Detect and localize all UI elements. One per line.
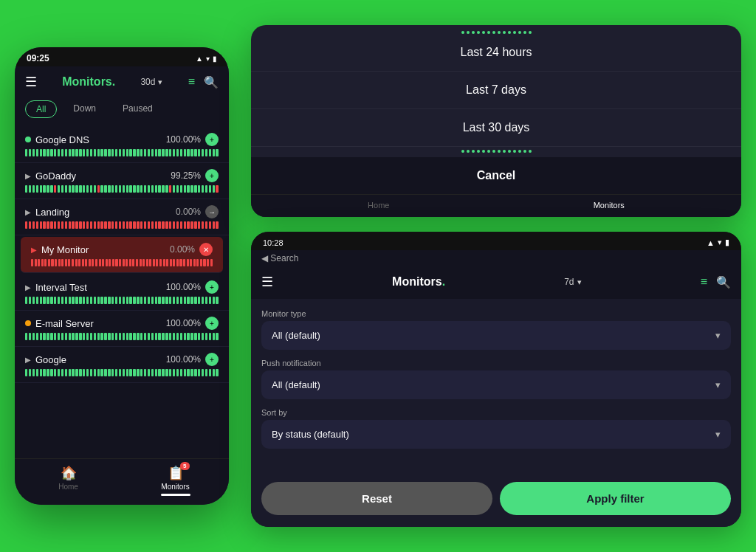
wifi-icon: ▾ (206, 55, 210, 63)
period-option-7d[interactable]: Last 7 days (251, 72, 741, 109)
period-cancel-btn[interactable]: Cancel (251, 157, 741, 194)
period-selector[interactable]: 30d ▾ (140, 77, 162, 87)
period-option-30d[interactable]: Last 30 days (251, 109, 741, 147)
filter-status-icons: ▲ ▾ ▮ (707, 238, 729, 247)
monitor-pct: 100.00% (166, 282, 201, 292)
nav-home-label: Home (58, 483, 78, 491)
active-indicator (161, 494, 190, 496)
right-side: Last 24 hours Last 7 days Last 30 days C… (251, 25, 741, 527)
filter-label-sort-by: Sort by (261, 408, 731, 417)
filter-select-monitor-type[interactable]: All (default) ▾ (261, 321, 731, 350)
filter-select-push-notification-value: All (default) (272, 379, 320, 390)
arrow-icon: ▶ (25, 208, 31, 216)
uptime-bar: (function(){ const track = document.curr… (25, 333, 219, 340)
monitor-list: Google DNS 100.00% + (function(){ const … (15, 124, 229, 458)
filter-period-label: 7d (564, 277, 574, 287)
chevron-down-icon-1: ▾ (715, 330, 721, 341)
time-left: 09:25 (27, 53, 49, 63)
monitor-name-label: Interval Test (35, 282, 87, 293)
filter-group-push-notification: Push notification All (default) ▾ (261, 359, 731, 399)
monitor-item-google-dns[interactable]: Google DNS 100.00% + (function(){ const … (15, 127, 229, 163)
monitor-item-email-server[interactable]: E-mail Server 100.00% + (function(){ con… (15, 311, 229, 347)
status-dot (25, 137, 31, 142)
nav-monitors[interactable]: 📋 5 Monitors (122, 465, 229, 496)
monitor-item-landing[interactable]: ▶ Landing 0.00% → (function(){ const tra… (15, 199, 229, 235)
nav-badge-container: 📋 5 (168, 465, 184, 481)
action-btn-green[interactable]: + (205, 317, 219, 330)
uptime-bar: (function(){ const track = document.curr… (25, 149, 219, 156)
dotted-bottom (251, 147, 741, 157)
period-option-24h[interactable]: Last 24 hours (251, 34, 741, 72)
arrow-icon: ▶ (25, 356, 31, 364)
chevron-down-icon-3: ▾ (715, 429, 721, 440)
period-nav-home[interactable]: Home (368, 201, 389, 210)
monitor-pct: 0.00% (176, 207, 201, 217)
period-label: 30d (140, 77, 155, 87)
dotted-top (251, 25, 741, 34)
tab-all[interactable]: All (25, 100, 57, 118)
monitor-pct: 100.00% (166, 318, 201, 328)
filter-period-arrow: ▾ (577, 277, 582, 287)
action-btn-green[interactable]: + (205, 133, 219, 146)
tab-paused[interactable]: Paused (112, 100, 163, 118)
search-icon-left[interactable]: 🔍 (204, 75, 219, 89)
filter-group-sort-by: Sort by By status (default) ▾ (261, 408, 731, 449)
menu-icon-filter[interactable]: ☰ (261, 274, 273, 290)
filter-group-monitor-type: Monitor type All (default) ▾ (261, 309, 731, 350)
monitor-name-label: Landing (35, 207, 69, 218)
filter-label-monitor-type: Monitor type (261, 309, 731, 318)
tabs-bar: All Down Paused (15, 97, 229, 124)
uptime-bar: (function(){ const track = document.curr… (25, 297, 219, 304)
filter-body: Monitor type All (default) ▾ Push notifi… (251, 299, 741, 473)
uptime-bar: (function(){ const track = document.curr… (25, 221, 219, 229)
filter-signal-icon: ▲ (707, 238, 715, 247)
left-phone: 09:25 ▲ ▾ ▮ ☰ Monitors. 30d ▾ ≡ 🔍 All Do… (15, 47, 229, 505)
action-btn-gray[interactable]: → (205, 205, 219, 218)
filter-panel: 10:28 ▲ ▾ ▮ ◀ Search ☰ Monitors. 7d ▾ (251, 232, 741, 527)
filter-search-icon[interactable]: 🔍 (716, 275, 731, 289)
back-search-bar: ◀ Search (251, 250, 741, 268)
period-nav-monitors[interactable]: Monitors (594, 201, 625, 210)
arrow-icon: ▶ (25, 172, 31, 180)
status-dot-orange (25, 320, 31, 326)
filter-icon-left[interactable]: ≡ (188, 75, 195, 89)
uptime-bar: (function(){ const track = document.curr… (31, 259, 213, 266)
arrow-icon: ▶ (25, 283, 31, 291)
action-btn-red[interactable]: ✕ (199, 243, 213, 256)
uptime-bar: (function(){ const track = document.curr… (25, 185, 219, 193)
action-btn-green[interactable]: + (205, 169, 219, 182)
tab-down[interactable]: Down (63, 100, 106, 118)
filter-select-monitor-type-value: All (default) (272, 330, 320, 341)
monitor-item-google[interactable]: ▶ Google 100.00% + (function(){ const tr… (15, 347, 229, 383)
action-btn-green[interactable]: + (205, 353, 219, 366)
monitor-name-label: Google (35, 354, 66, 365)
monitor-pct: 0.00% (170, 244, 195, 255)
monitor-name-label: E-mail Server (35, 318, 94, 329)
back-label[interactable]: ◀ Search (261, 253, 298, 263)
filter-label-push-notification: Push notification (261, 359, 731, 368)
action-btn-green[interactable]: + (205, 280, 219, 294)
filter-period-selector[interactable]: 7d ▾ (564, 277, 581, 287)
nav-home[interactable]: 🏠 Home (15, 465, 122, 496)
app-title-left: Monitors. (62, 75, 115, 89)
monitor-item-godaddy[interactable]: ▶ GoDaddy 99.25% + (function(){ const tr… (15, 163, 229, 199)
bottom-nav-left: 🏠 Home 📋 5 Monitors (15, 458, 229, 505)
monitor-name-label: Google DNS (35, 134, 89, 145)
time-filter: 10:28 (263, 238, 284, 247)
nav-monitors-label: Monitors (161, 483, 189, 491)
filter-header-icons: ≡ 🔍 (701, 275, 731, 289)
menu-icon-left[interactable]: ☰ (25, 74, 37, 90)
filter-app-title: Monitors. (392, 275, 445, 289)
reset-button[interactable]: Reset (261, 482, 492, 515)
monitor-item-my-monitor[interactable]: ▶ My Monitor 0.00% ✕ (function(){ const … (21, 237, 223, 273)
filter-select-push-notification[interactable]: All (default) ▾ (261, 370, 731, 399)
filter-select-sort-by[interactable]: By status (default) ▾ (261, 420, 731, 449)
monitor-item-interval-test[interactable]: ▶ Interval Test 100.00% + (function(){ c… (15, 275, 229, 311)
home-icon: 🏠 (61, 465, 77, 481)
filter-icon-filter[interactable]: ≡ (701, 275, 707, 289)
filter-actions: Reset Apply filter (251, 473, 741, 527)
monitor-name-label: My Monitor (41, 244, 89, 255)
apply-filter-button[interactable]: Apply filter (500, 482, 731, 515)
filter-app-header: ☰ Monitors. 7d ▾ ≡ 🔍 (251, 268, 741, 299)
status-bar-filter: 10:28 ▲ ▾ ▮ (251, 232, 741, 250)
